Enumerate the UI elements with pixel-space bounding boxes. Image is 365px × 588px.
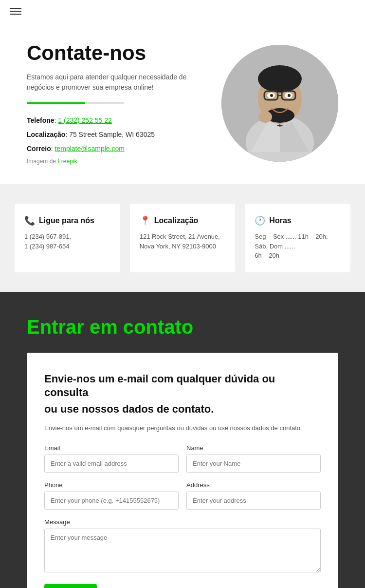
phone-address-row: Phone Address — [44, 481, 321, 510]
hours-card: 🕐 Horas Seg – Sex ...... 11h – 20h, Sáb,… — [245, 204, 350, 272]
name-input[interactable] — [186, 455, 321, 473]
call-card-header: 📞 Ligue para nós — [24, 215, 110, 226]
svg-point-21 — [265, 111, 269, 114]
phone-input[interactable] — [44, 492, 179, 510]
form-heading-line2: ou use nossos dados de contato. — [44, 403, 321, 416]
hours-card-header: 🕐 Horas — [255, 215, 341, 226]
name-group: Name — [186, 444, 321, 473]
hero-description: Estamos aqui para atender qualquer neces… — [27, 72, 212, 93]
call-card: 📞 Ligue para nós 1 (234) 567-891,1 (234)… — [15, 204, 120, 272]
phone-link[interactable]: 1 (232) 252 55 22 — [58, 116, 112, 124]
hamburger-menu[interactable] — [10, 8, 21, 15]
email-info: Correio: template@sample.com — [27, 144, 212, 154]
email-name-row: Email Name — [44, 444, 321, 473]
svg-point-12 — [270, 94, 273, 97]
phone-icon: 📞 — [24, 215, 35, 226]
message-input[interactable] — [44, 529, 321, 572]
hero-section: Contate-nos Estamos aqui para atender qu… — [0, 22, 365, 184]
email-input[interactable] — [44, 455, 179, 473]
hero-content: Contate-nos Estamos aqui para atender qu… — [27, 42, 212, 165]
location-card-text: 121 Rock Street, 21 Avenue, Nova York, N… — [140, 232, 226, 251]
hours-card-text: Seg – Sex ...... 11h – 20h, Sáb, Dom ...… — [255, 232, 341, 261]
image-credit: Imagem de Freepik — [27, 158, 212, 165]
location-card-header: 📍 Localização — [140, 215, 226, 226]
hours-card-title: Horas — [269, 216, 291, 225]
cards-section: 📞 Ligue para nós 1 (234) 567-891,1 (234)… — [0, 184, 365, 292]
submit-button[interactable]: ENVIAR — [44, 584, 97, 588]
message-group: Message — [44, 518, 321, 572]
address-label: Address — [186, 481, 321, 489]
location-card: 📍 Localização 121 Rock Street, 21 Avenue… — [130, 204, 236, 272]
email-link[interactable]: template@sample.com — [55, 145, 125, 152]
location-info: Localização: 75 Street Sample, WI 63025 — [27, 130, 212, 140]
clock-icon: 🕐 — [255, 215, 265, 226]
contact-form-section: Entrar em contato Envie-nos um e-mail co… — [0, 292, 365, 588]
form-heading-line1: Envie-nos um e-mail com qualquer dúvida … — [44, 372, 321, 400]
call-card-title: Ligue para nós — [39, 216, 94, 225]
location-icon: 📍 — [140, 215, 150, 226]
address-input[interactable] — [186, 492, 321, 510]
hero-divider — [27, 102, 124, 104]
call-card-text: 1 (234) 567-891,1 (234) 987-654 — [24, 232, 110, 251]
phone-group: Phone — [44, 481, 179, 510]
hero-title: Contate-nos — [27, 42, 212, 64]
address-group: Address — [186, 481, 321, 510]
svg-point-5 — [258, 65, 302, 93]
contact-info: Telefone: 1 (232) 252 55 22 Localização:… — [27, 115, 212, 154]
freepik-link[interactable]: Freepik — [57, 158, 77, 165]
top-navigation — [0, 0, 365, 22]
email-group: Email — [44, 444, 179, 473]
email-label: Email — [44, 444, 179, 452]
form-description: Envie-nos um e-mail com quaisquer pergun… — [44, 423, 321, 433]
hero-portrait — [221, 45, 338, 162]
message-label: Message — [44, 518, 321, 526]
contact-section-title: Entrar em contato — [27, 316, 338, 338]
phone-info: Telefone: 1 (232) 252 55 22 — [27, 115, 212, 126]
location-card-title: Localização — [154, 216, 199, 225]
svg-point-13 — [288, 94, 291, 97]
phone-label: Phone — [44, 481, 179, 489]
contact-form-card: Envie-nos um e-mail com qualquer dúvida … — [27, 353, 338, 588]
name-label: Name — [186, 444, 321, 452]
